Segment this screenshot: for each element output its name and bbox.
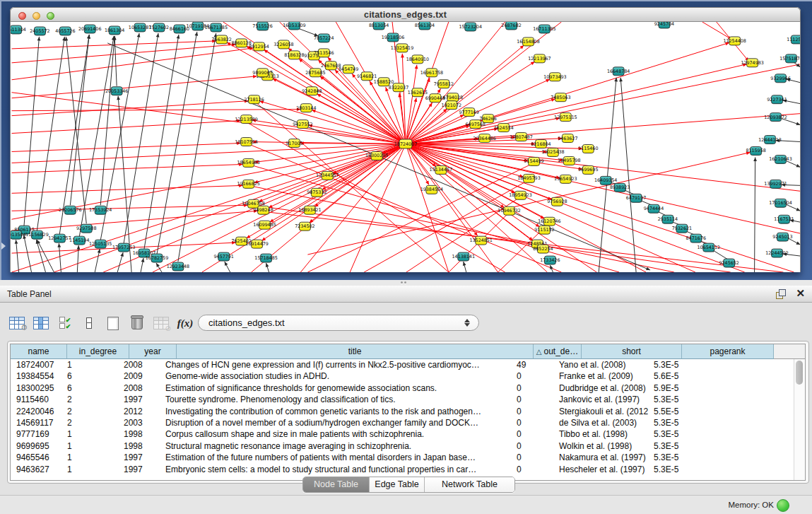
gene-node-teal[interactable]: 7932621 xyxy=(672,224,692,233)
gene-node-teal[interactable]: 1167531 xyxy=(774,215,794,223)
gene-node-yellow[interactable]: 7955812 xyxy=(434,80,454,88)
gene-node-teal[interactable]: 19218506 xyxy=(382,33,404,42)
network-canvas[interactable]: 3226058818632893275087513546236760884547… xyxy=(10,22,801,272)
gene-node-teal[interactable]: 6479197 xyxy=(626,194,646,202)
column-header-name[interactable]: name xyxy=(11,344,67,359)
gene-node-teal[interactable]: 12444113 xyxy=(758,136,781,144)
gene-node-teal[interactable]: 12244502 xyxy=(765,249,788,257)
gene-node-yellow[interactable]: 19384554 xyxy=(420,185,443,194)
gene-node-teal[interactable]: 15751874 xyxy=(779,54,801,63)
tab-node-table[interactable]: Node Table xyxy=(303,477,370,492)
gene-node-teal[interactable]: 14138141 xyxy=(452,252,475,261)
gene-node-yellow[interactable]: 8186328 xyxy=(284,51,304,59)
gene-node-teal[interactable]: 9245652 xyxy=(719,259,739,267)
table-row[interactable]: 911546021997Tourette syndrome. Phenomeno… xyxy=(11,394,805,405)
column-header-title[interactable]: title xyxy=(177,344,534,359)
close-panel-icon[interactable]: ✕ xyxy=(796,287,805,300)
gene-node-yellow[interactable]: 16154808 xyxy=(517,37,539,46)
scrollbar-thumb[interactable] xyxy=(796,361,803,385)
gene-node-teal[interactable]: 9457791 xyxy=(214,252,234,261)
gene-node-teal[interactable]: 20691406 xyxy=(78,25,101,33)
column-header-indegree[interactable]: in_degree xyxy=(67,344,129,359)
gene-node-yellow[interactable]: 6497568 xyxy=(466,120,486,129)
gene-node-teal[interactable]: 1733426 xyxy=(540,256,560,264)
gene-node-teal[interactable]: 9297588 xyxy=(76,224,96,233)
gene-node-teal[interactable]: 1611304 xyxy=(11,25,26,34)
column-header-outde[interactable]: △out_de… xyxy=(534,344,582,359)
panel-collapse-arrow-icon[interactable] xyxy=(1,243,6,250)
gene-node-teal[interactable]: 16671385 xyxy=(205,23,228,32)
gene-node-yellow[interactable]: 16961758 xyxy=(420,69,443,77)
gene-node-yellow[interactable]: 10946732 xyxy=(498,206,520,215)
tab-network-table[interactable]: Network Table xyxy=(425,477,514,492)
gene-node-yellow[interactable]: 18495793 xyxy=(517,174,540,182)
gene-node-yellow[interactable]: 12344557 xyxy=(316,171,339,180)
gene-node-teal[interactable]: 12505135 xyxy=(89,240,112,248)
gene-node-teal[interactable]: 9474444 xyxy=(644,204,664,213)
gene-node-yellow[interactable]: 18107554 xyxy=(235,138,257,146)
gene-node-teal[interactable]: 17353924 xyxy=(89,206,112,214)
gene-node-yellow[interactable]: 16914479 xyxy=(245,240,268,248)
table-row[interactable]: 946554611997Estimation of the future num… xyxy=(11,452,805,463)
gene-node-teal[interactable]: 1861304 xyxy=(105,26,124,35)
gene-node-teal[interactable]: 2405572 xyxy=(30,27,49,35)
splitter-grip[interactable] xyxy=(400,281,408,285)
gene-node-teal[interactable]: 7515526 xyxy=(252,22,272,30)
select-columns-icon[interactable] xyxy=(31,313,51,333)
table-row[interactable]: 977716911998Corpus callosum shape and si… xyxy=(11,428,805,440)
gene-node-teal[interactable]: 9245013 xyxy=(772,233,792,241)
gene-node-yellow[interactable]: 13325419 xyxy=(391,44,413,52)
gene-node-teal[interactable]: 7857224 xyxy=(314,34,334,42)
gene-node-yellow[interactable]: 18654985 xyxy=(237,158,259,167)
gene-node-yellow[interactable]: 6216804 xyxy=(531,140,551,148)
gene-node-teal[interactable]: 16782759 xyxy=(146,254,168,262)
gene-node-yellow[interactable]: 1921072 xyxy=(442,101,461,110)
gene-node-teal[interactable]: 4055726 xyxy=(55,27,75,35)
gene-node-teal[interactable]: 8813054 xyxy=(369,22,389,30)
gene-node-yellow[interactable]: 13524851 xyxy=(469,236,492,245)
gene-node-yellow[interactable]: 3226058 xyxy=(273,40,293,49)
table-row[interactable]: 1456911722003Disruption of a novel membe… xyxy=(11,417,805,428)
gene-node-teal[interactable]: 16210643 xyxy=(769,155,792,163)
gene-node-teal[interactable]: 1527602 xyxy=(149,23,169,32)
gene-node-yellow[interactable]: 16893421 xyxy=(298,206,321,214)
tab-edge-table[interactable]: Edge Table xyxy=(370,477,425,492)
gene-node-teal[interactable]: 10654112 xyxy=(698,243,720,252)
table-row[interactable]: 1830029562008Estimation of significance … xyxy=(11,382,805,394)
gene-node-yellow[interactable]: 12213967 xyxy=(528,54,551,63)
gene-node-teal[interactable]: 15718485 xyxy=(254,254,277,262)
table-selector-dropdown[interactable]: citations_edges.txt xyxy=(198,315,479,331)
gene-node-teal[interactable]: 16711385 xyxy=(533,25,555,33)
gene-node-yellow[interactable]: 9498248 xyxy=(253,206,273,214)
gene-node-teal[interactable]: 11156829 xyxy=(25,230,48,239)
column-header-short[interactable]: short xyxy=(582,344,682,359)
gene-node-yellow[interactable]: 7234502 xyxy=(295,222,314,230)
column-header-pagerank[interactable]: pagerank xyxy=(682,344,774,359)
gene-node-yellow[interactable]: 9154499 xyxy=(524,157,543,165)
gene-node-yellow[interactable]: 9463627 xyxy=(558,134,577,143)
gene-node-yellow[interactable]: 18640910 xyxy=(406,55,429,64)
gene-node-yellow[interactable]: 9699695 xyxy=(578,165,598,174)
delete-column-icon[interactable] xyxy=(127,313,147,333)
float-window-icon[interactable] xyxy=(775,288,787,300)
gene-node-teal[interactable]: 12093872 xyxy=(764,113,787,122)
gene-node-teal[interactable]: 8471676 xyxy=(686,234,706,243)
gene-node-yellow[interactable]: 10025438 xyxy=(541,148,564,156)
gene-node-yellow[interactable]: 2718126 xyxy=(244,95,264,104)
gene-node-yellow[interactable]: 9115460 xyxy=(578,145,598,153)
new-column-icon[interactable] xyxy=(103,313,123,333)
gene-node-teal[interactable]: 1145194 xyxy=(69,236,89,245)
table-row[interactable]: 1938455462009Genome-wide association stu… xyxy=(11,370,805,382)
vertical-scrollbar[interactable] xyxy=(794,359,805,481)
function-builder-icon[interactable]: f(x) xyxy=(175,313,195,333)
gene-node-teal[interactable]: 12942757 xyxy=(48,234,71,243)
gene-node-teal[interactable]: 10653287 xyxy=(129,23,151,32)
table-settings-icon[interactable]: ⚙ xyxy=(7,313,27,333)
gene-node-teal[interactable]: 16648784 xyxy=(607,67,630,76)
row-height-icon[interactable] xyxy=(79,313,99,333)
column-checklist-icon[interactable]: ✔✔ xyxy=(55,313,75,333)
gene-node-teal[interactable]: 1112544 xyxy=(787,35,801,44)
gene-node-teal[interactable]: 15723204 xyxy=(459,23,482,31)
gene-node-teal[interactable]: 8561304 xyxy=(415,22,435,30)
gene-node-teal[interactable]: 9329966 xyxy=(770,74,790,83)
